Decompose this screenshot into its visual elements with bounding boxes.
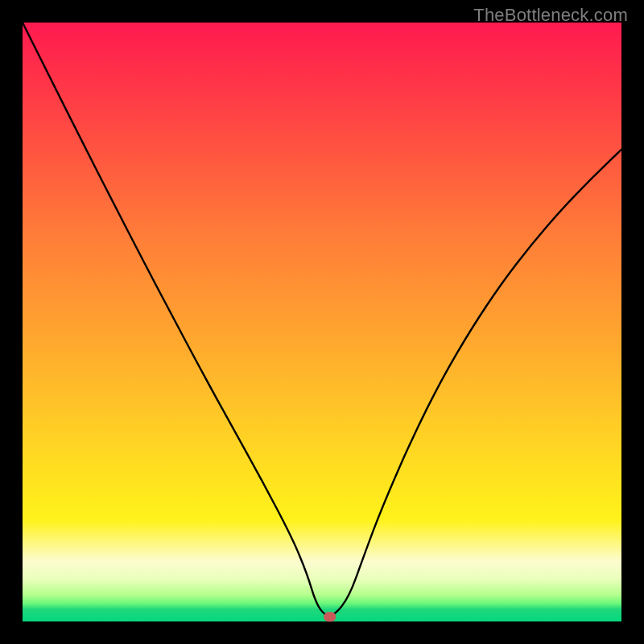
curve-svg xyxy=(23,23,621,621)
min-marker xyxy=(324,613,336,621)
plot-area xyxy=(23,23,621,621)
bottleneck-curve xyxy=(23,23,621,616)
chart-frame: TheBottleneck.com xyxy=(0,0,644,644)
